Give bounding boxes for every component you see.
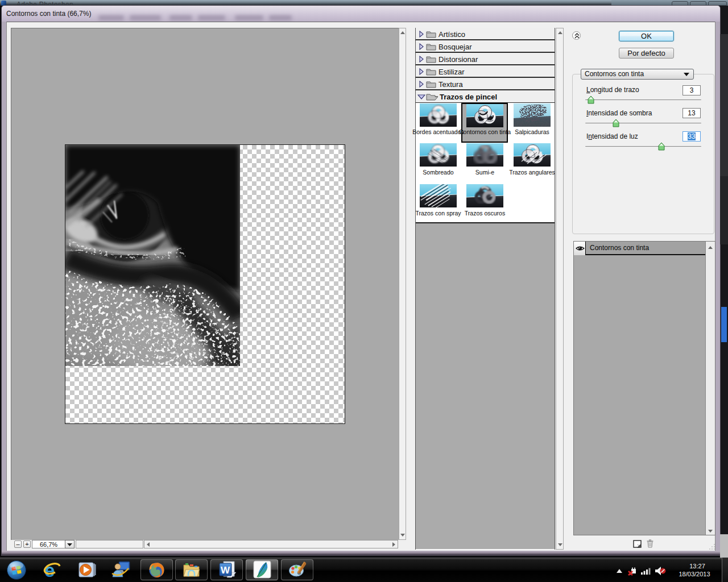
- svg-text:W: W: [221, 565, 230, 576]
